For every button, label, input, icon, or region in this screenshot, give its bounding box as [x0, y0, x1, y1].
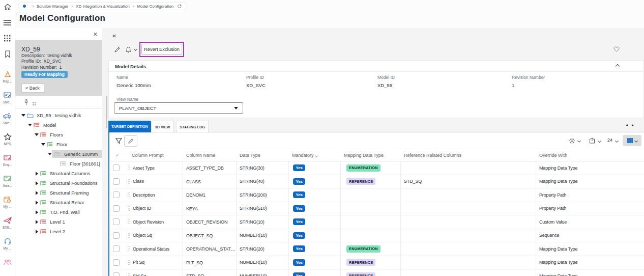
apps-icon[interactable] [3, 34, 12, 43]
tree-item[interactable]: Structural Framing [15, 188, 102, 198]
row-menu-icon[interactable]: ⋮ [126, 191, 130, 198]
tree-item[interactable]: Level 2 [15, 227, 102, 236]
row-checkbox[interactable] [113, 218, 120, 225]
expander-icon[interactable] [35, 230, 39, 234]
tree-item[interactable]: XD_59 : tesing vidhlk [15, 111, 102, 120]
chevron-down-icon[interactable] [615, 139, 619, 143]
rail-item-form-red[interactable]: Enq... [0, 153, 15, 167]
rail-item-form-green[interactable]: Awa... [0, 174, 15, 187]
tab-3d-view[interactable]: 3D VIEW [152, 121, 174, 132]
pagination-arrows[interactable]: ◂▸ [626, 123, 638, 127]
select-all-check[interactable]: ✓ [108, 153, 129, 158]
tree-item[interactable]: Floor [301801] [15, 159, 102, 169]
grid-icon[interactable] [32, 100, 37, 109]
expander-icon[interactable] [35, 181, 39, 185]
collapse-section-icon[interactable] [616, 64, 620, 68]
row-checkbox[interactable] [113, 272, 120, 276]
tree-item[interactable]: Level 1 [15, 217, 102, 227]
sidebar-scrollbar[interactable] [106, 96, 107, 128]
row-menu-icon[interactable]: ⋮ [126, 232, 130, 239]
row-checkbox[interactable] [113, 191, 120, 198]
row-checkbox[interactable] [113, 232, 120, 239]
export-icon[interactable] [589, 137, 595, 144]
favorite-icon[interactable] [613, 45, 620, 54]
bookmark-icon[interactable] [3, 50, 12, 59]
model-details-header[interactable]: Model Details [109, 61, 643, 72]
columns-button[interactable] [623, 135, 641, 146]
tree-item[interactable]: Generic 100mm [15, 149, 102, 159]
settings-gear-icon[interactable] [569, 137, 575, 144]
chevron-down-icon[interactable] [134, 47, 137, 51]
row-menu-icon[interactable]: ⋮ [126, 205, 130, 212]
tab-staging-log[interactable]: STAGING LOG [176, 121, 209, 132]
row-checkbox[interactable] [113, 178, 120, 185]
tree-item[interactable]: Floors [15, 130, 102, 140]
col-header-mandatory[interactable]: Mandatory [289, 153, 341, 158]
tree-item[interactable]: T.O. Fnd. Wall [15, 207, 102, 217]
rail-item-cone[interactable]: Rep... [0, 70, 15, 83]
menu-icon[interactable] [3, 18, 12, 27]
breadcrumb-item[interactable]: XD Integration & Visualization [76, 4, 130, 9]
view-name-select[interactable]: PLANT_OBJECT [114, 102, 243, 114]
expander-icon[interactable] [35, 133, 39, 136]
expander-icon[interactable] [35, 201, 39, 205]
tree-item[interactable]: Structural Columns [15, 169, 102, 178]
chevron-down-icon[interactable] [598, 139, 601, 143]
row-menu-icon[interactable]: ⋮ [126, 259, 130, 266]
headset-icon [3, 237, 12, 245]
rail-item-people[interactable] [0, 258, 15, 266]
row-checkbox[interactable] [113, 259, 120, 266]
expander-icon[interactable] [35, 191, 39, 195]
tree-item[interactable]: Structural Rebar [15, 198, 102, 207]
rail-item-headset[interactable]: My ... [0, 237, 15, 250]
expander-icon[interactable] [35, 172, 39, 176]
edit-icon[interactable] [114, 46, 121, 55]
breadcrumb-item[interactable]: Solution Manager [37, 4, 69, 9]
tree-item[interactable]: Structural Foundations [15, 178, 102, 188]
close-icon[interactable]: ✕ [93, 31, 98, 38]
home-icon[interactable] [3, 3, 12, 11]
col-header-prompt[interactable]: Column Prompt [129, 153, 183, 158]
col-header-type[interactable]: Data Type [237, 153, 289, 158]
revert-exclusion-button[interactable]: Revert Exclusion [141, 44, 182, 55]
col-header-override[interactable]: Override With [536, 153, 644, 158]
bell-icon[interactable] [125, 46, 132, 55]
expander-icon[interactable] [41, 143, 45, 146]
chevron-down-icon[interactable] [577, 139, 581, 143]
col-header-name[interactable]: Column Name [183, 153, 237, 158]
cell-mandatory: Yes [289, 269, 341, 276]
row-checkbox[interactable] [113, 164, 120, 171]
expander-icon[interactable] [21, 114, 25, 117]
back-button[interactable]: < Back [21, 84, 44, 93]
pin-icon[interactable] [23, 99, 29, 108]
expander-icon[interactable] [48, 153, 52, 155]
row-menu-icon[interactable]: ⋮ [126, 218, 130, 225]
rail-item-plane[interactable]: EXE... [0, 216, 15, 229]
table-edit-button[interactable] [124, 135, 137, 147]
page-size-value[interactable]: 24 [607, 137, 612, 143]
breadcrumb-item[interactable]: Model Configuration [137, 4, 173, 9]
row-menu-icon[interactable]: ⋮ [126, 272, 130, 276]
row-menu-icon[interactable]: ⋮ [126, 164, 130, 171]
refresh-icon[interactable] [177, 2, 182, 11]
rail-item-truck[interactable]: Sale... [0, 112, 15, 125]
expander-icon[interactable] [35, 220, 39, 224]
tab-target-definition[interactable]: TARGET DEFINITION [108, 121, 151, 132]
row-checkbox[interactable] [113, 245, 120, 252]
tree-item[interactable]: Model [15, 120, 102, 130]
rail-item-form-blue[interactable]: Sale... [0, 91, 15, 104]
row-menu-icon[interactable]: ⋮ [126, 178, 130, 185]
row-menu-icon[interactable]: ⋮ [126, 245, 130, 252]
expander-icon[interactable] [35, 210, 39, 214]
expander-icon[interactable] [28, 124, 32, 126]
tree-item[interactable]: Floor [15, 140, 102, 149]
breadcrumb[interactable]: >Solution Manager>XD Integration & Visua… [18, 2, 187, 10]
filter-icon[interactable] [115, 137, 122, 146]
col-header-mapping[interactable]: Mapping Data Type [341, 153, 401, 158]
col-header-ref[interactable]: Reference Related Columns [401, 153, 536, 158]
cell-mapping: ENUMERATION [341, 161, 401, 175]
row-checkbox[interactable] [113, 205, 120, 212]
collapse-panel-icon[interactable]: « [112, 32, 116, 39]
rail-item-calendar[interactable]: My ... [0, 195, 15, 208]
rail-item-star[interactable]: MPS [0, 132, 15, 146]
